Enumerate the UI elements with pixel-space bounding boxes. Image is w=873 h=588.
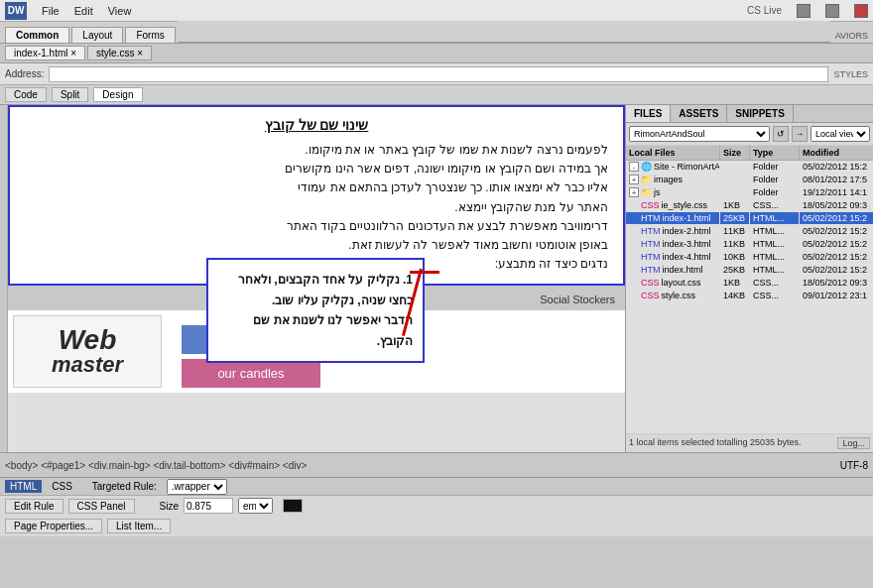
- logo-master: master: [52, 354, 123, 376]
- address-label: Address:: [5, 68, 44, 79]
- site-name: Site - RimonArtAndSo...: [654, 162, 720, 172]
- index1-name: index-1.html: [663, 213, 711, 223]
- nav-btn[interactable]: →: [792, 126, 808, 142]
- minimize-btn[interactable]: [797, 4, 811, 18]
- refresh-btn[interactable]: ↺: [773, 126, 789, 142]
- html-icon-2: HTM: [641, 226, 661, 236]
- menu-view[interactable]: View: [108, 5, 132, 17]
- css-icon-layout: CSS: [641, 278, 660, 288]
- expand-images[interactable]: +: [629, 175, 639, 184]
- css-label: CSS: [52, 481, 72, 492]
- col-type: Type: [750, 146, 800, 160]
- panel-tabs: FILES ASSETS SNIPPETS: [626, 105, 873, 123]
- expand-site[interactable]: -: [629, 162, 639, 172]
- encoding-label: UTF-8: [840, 460, 868, 471]
- tab-snippets[interactable]: SNIPPETS: [727, 105, 793, 122]
- preview-wrapper: שינוי שם של קובץ לפעמים נרצה לשנות את שמ…: [8, 105, 625, 452]
- tooltip-title: שינוי שם של קובץ: [25, 117, 608, 133]
- site-icon: 🌐: [641, 162, 652, 172]
- file-list: - 🌐 Site - RimonArtAndSo... Folder 05/02…: [626, 161, 873, 433]
- dw-logo: DW: [5, 2, 27, 20]
- files-status: 1 local items selected totalling 25035 b…: [626, 433, 873, 452]
- size-input[interactable]: [184, 498, 233, 514]
- tab-forms[interactable]: Forms: [125, 27, 175, 43]
- design-view-btn[interactable]: Design: [93, 87, 142, 102]
- html-icon-1: HTM: [641, 213, 661, 223]
- view-buttons: Code Split Design: [0, 85, 873, 105]
- size-label: Size: [160, 501, 179, 512]
- menu-file[interactable]: File: [42, 5, 60, 17]
- file-row-site[interactable]: - 🌐 Site - RimonArtAndSo... Folder 05/02…: [626, 161, 873, 174]
- list-item-btn[interactable]: List Item...: [107, 519, 171, 533]
- file-tab-index[interactable]: index-1.html ×: [5, 46, 85, 60]
- file-row-layout[interactable]: CSS layout.css 1KB CSS... 18/05/2012 09:…: [626, 277, 873, 290]
- arrow-horizontal: [410, 271, 439, 274]
- js-folder-name: js: [654, 187, 661, 197]
- css-icon-style: CSS: [641, 291, 660, 300]
- tooltip-click-body: 1. נקליק על אחד הקבצים, ולאחר כחצי שניה,…: [218, 270, 413, 351]
- file-row-index1[interactable]: HTM index-1.html 25KB HTML... 05/02/2012…: [626, 212, 873, 225]
- file-row-index[interactable]: HTM index.html 25KB HTML... 05/02/2012 1…: [626, 264, 873, 277]
- folder-icon-js: 📁: [641, 187, 652, 197]
- file-row-index2[interactable]: HTM index-2.html 11KB HTML... 05/02/2012…: [626, 225, 873, 238]
- site-select[interactable]: RimonArtAndSoul: [629, 126, 770, 142]
- files-status-text: 1 local items selected totalling 25035 b…: [629, 437, 802, 447]
- close-btn[interactable]: [854, 4, 868, 18]
- tab-assets[interactable]: ASSETS: [671, 105, 727, 122]
- page-props-row: Page Properties... List Item...: [0, 516, 873, 535]
- tab-layout[interactable]: Layout: [71, 27, 123, 43]
- tooltip-body: לפעמים נרצה לשנות את שמו של קובץ באתר או…: [25, 141, 608, 274]
- logo-web: Web: [59, 326, 117, 354]
- file-row-index4[interactable]: HTM index-4.html 10KB HTML... 05/02/2012…: [626, 251, 873, 264]
- html-icon-index: HTM: [641, 265, 661, 275]
- view-select[interactable]: Local view: [811, 126, 870, 142]
- col-local-files: Local Files: [626, 146, 720, 160]
- address-input[interactable]: [49, 66, 828, 82]
- page-properties-btn[interactable]: Page Properties...: [5, 519, 102, 533]
- targeted-rule-label: Targeted Rule:: [92, 481, 157, 492]
- left-sidebar: [0, 105, 8, 452]
- ie-style-name: ie_style.css: [662, 200, 708, 210]
- layout-name: layout.css: [662, 278, 701, 288]
- col-modified: Modified: [800, 146, 873, 160]
- main-content: שינוי שם של קובץ לפעמים נרצה לשנות את שמ…: [0, 105, 873, 452]
- file-row-images[interactable]: + 📁 images Folder 08/01/2012 17:5: [626, 174, 873, 186]
- file-row-index3[interactable]: HTM index-3.html 11KB HTML... 05/02/2012…: [626, 238, 873, 251]
- file-tab-style[interactable]: style.css ×: [87, 46, 152, 60]
- menu-edit[interactable]: Edit: [74, 5, 93, 17]
- edit-rule-btn[interactable]: Edit Rule: [5, 499, 63, 514]
- html-label: HTML: [5, 480, 42, 493]
- tooltip-click-file: 1. נקליק על אחד הקבצים, ולאחר כחצי שניה,…: [206, 258, 425, 363]
- properties-panel: HTML CSS Targeted Rule: .wrapper Edit Ru…: [0, 477, 873, 536]
- targeted-rule-select[interactable]: .wrapper: [167, 479, 227, 495]
- file-row-ie-style[interactable]: CSS ie_style.css 1KB CSS... 18/05/2012 0…: [626, 199, 873, 212]
- index3-name: index-3.html: [663, 239, 711, 249]
- address-bar: Address: STYLES: [0, 63, 873, 85]
- code-view-btn[interactable]: Code: [5, 87, 47, 102]
- log-btn[interactable]: Log...: [837, 437, 870, 449]
- social-stockers-text: Social Stockers: [540, 294, 615, 305]
- nav-candles-btn[interactable]: our candles: [182, 359, 320, 388]
- logo-area: Web master: [13, 315, 162, 388]
- props-header: HTML CSS Targeted Rule: .wrapper: [0, 478, 873, 496]
- file-row-style[interactable]: CSS style.css 14KB CSS... 09/01/2012 23:…: [626, 290, 873, 302]
- file-row-js[interactable]: + 📁 js Folder 19/12/2011 14:1: [626, 186, 873, 199]
- maximize-btn[interactable]: [825, 4, 839, 18]
- tab-common[interactable]: Common: [5, 27, 69, 43]
- files-toolbar: RimonArtAndSoul ↺ → Local view: [626, 123, 873, 146]
- html-icon-3: HTM: [641, 239, 661, 249]
- styles-label: STYLES: [833, 69, 868, 79]
- files-panel: FILES ASSETS SNIPPETS RimonArtAndSoul ↺ …: [625, 105, 873, 452]
- index2-name: index-2.html: [663, 226, 711, 236]
- breadcrumb: <body> <#page1> <div.main-bg> <div.tail-…: [5, 460, 835, 471]
- style-name: style.css: [662, 291, 696, 300]
- expand-js[interactable]: +: [629, 187, 639, 197]
- css-panel-btn[interactable]: CSS Panel: [68, 499, 135, 514]
- menu-bar: DW File Edit View CS Live: [0, 0, 873, 22]
- index4-name: index-4.html: [663, 252, 711, 262]
- size-unit-select[interactable]: em: [238, 498, 273, 514]
- color-swatch[interactable]: [283, 499, 303, 513]
- html-icon-4: HTM: [641, 252, 661, 262]
- split-view-btn[interactable]: Split: [52, 87, 88, 102]
- tab-files[interactable]: FILES: [626, 105, 671, 122]
